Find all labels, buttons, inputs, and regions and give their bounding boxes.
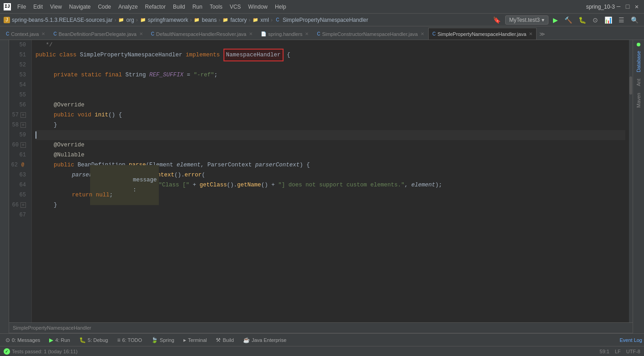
linenum-62: 62 [11, 160, 18, 170]
linenum-56: 56 [20, 100, 26, 110]
breadcrumb-factory[interactable]: factory [230, 17, 247, 23]
tab-beandef-icon: C [53, 31, 56, 36]
tab-simpleconstructor-close[interactable]: ✕ [421, 31, 424, 36]
bottom-tab-spring[interactable]: 🍃 Spring [147, 335, 178, 345]
tab-beandef[interactable]: C BeanDefinitionParserDelegate.java ✕ [49, 28, 147, 40]
menu-refactor[interactable]: Refactor [142, 3, 168, 11]
line-55: 55 [9, 90, 28, 100]
bottom-tab-debug[interactable]: 🐛 5: Debug [76, 335, 112, 345]
close-button[interactable]: ✕ [633, 3, 640, 10]
window-title: spring_10-3 [586, 4, 615, 10]
right-indicator [637, 43, 640, 46]
coverage-button[interactable]: ⊙ [591, 15, 600, 25]
menu-window[interactable]: Window [245, 3, 270, 11]
bookmarks-button[interactable]: ☰ [617, 15, 626, 25]
run-config-selector[interactable]: MyTest.test3 ▾ [505, 15, 548, 25]
dot-64: . [234, 180, 238, 190]
kw-static-53: static [81, 70, 105, 80]
str-class-64: "Class [" [159, 180, 190, 190]
search-everywhere-icon[interactable]: 🔍 [629, 15, 640, 25]
eq-53: = [183, 70, 194, 80]
breadcrumb-xml[interactable]: xml [260, 17, 269, 23]
linenum-58: 58 [12, 120, 19, 130]
menu-run[interactable]: Run [190, 3, 205, 11]
maximize-button[interactable]: □ [624, 3, 631, 10]
semi-64: ); [435, 180, 442, 190]
parens-getname-64: () [261, 180, 268, 190]
status-position[interactable]: 59:1 [600, 349, 609, 354]
bottom-tab-run[interactable]: ▶ 4: Run [46, 335, 73, 345]
tab-context-close[interactable]: ✕ [41, 31, 45, 36]
menu-build[interactable]: Build [170, 3, 188, 11]
tab-handlers-icon: 📄 [261, 31, 266, 36]
status-encoding[interactable]: UTF-8 [626, 349, 640, 354]
tab-simpleconstructor[interactable]: C SimpleConstructorNamespaceHandler.java… [313, 28, 428, 40]
bottom-tab-java-enterprise[interactable]: ☕ Java Enterprise [239, 335, 290, 345]
menu-view[interactable]: View [47, 3, 65, 11]
spring-label: Spring [160, 337, 174, 343]
breadcrumb-jar[interactable]: spring-beans-5.1.3.RELEASE-sources.jar [12, 17, 112, 23]
tab-simpleproperty-label: SimplePropertyNamespaceHandler.java [437, 31, 526, 37]
breadcrumb-right: 🔖 MyTest.test3 ▾ ▶ 🔨 🐛 ⊙ 📊 ☰ 🔍 [491, 15, 640, 25]
build-button[interactable]: 🔨 [563, 15, 574, 25]
sidebar-tab-maven[interactable]: Maven [634, 90, 643, 110]
sidebar-tab-database[interactable]: Database [634, 48, 643, 75]
gutter-fold-57[interactable]: ⊖ [20, 112, 26, 118]
breadcrumb-springframework[interactable]: springframework [148, 17, 188, 23]
profiler-button[interactable]: 📊 [603, 15, 614, 25]
tab-handlers[interactable]: 📄 spring.handlers ✕ [257, 28, 313, 40]
menu-code[interactable]: Code [95, 3, 114, 11]
menu-help[interactable]: Help [272, 3, 289, 11]
run-button[interactable]: ▶ [551, 15, 560, 25]
concat-64a: + [189, 180, 200, 190]
tab-defaultns-close[interactable]: ✕ [249, 31, 253, 36]
line-52: 52 [9, 60, 28, 70]
menu-vcs[interactable]: VCS [227, 3, 244, 11]
tab-context[interactable]: C Context.java ✕ [2, 28, 49, 40]
spring-icon: 🍃 [151, 337, 158, 343]
tab-defaultns-label: DefaultNamespaceHandlerResolver.java [156, 31, 246, 37]
code-editor[interactable]: 50 51 52 53 54 55 56 [9, 40, 633, 322]
linenum-65: 65 [20, 190, 26, 200]
menu-tools[interactable]: Tools [207, 3, 225, 11]
tab-handlers-close[interactable]: ✕ [305, 31, 309, 36]
java-enterprise-label: Java Enterprise [252, 337, 286, 343]
line-51: 51 [9, 50, 28, 60]
debug-button[interactable]: 🐛 [577, 15, 588, 25]
bookmark-icon[interactable]: 🔖 [491, 15, 502, 25]
type-parser-62: ParserContext [208, 160, 255, 170]
breadcrumb-org[interactable]: org [126, 17, 134, 23]
menu-items: File Edit View Navigate Code Analyze Ref… [15, 3, 289, 11]
vertical-scrollbar[interactable] [629, 40, 633, 322]
gutter-fold-66[interactable]: ⊖ [20, 202, 26, 208]
bottom-tab-build[interactable]: ⚒ Build [212, 335, 237, 345]
tab-simpleproperty[interactable]: C SimplePropertyNamespaceHandler.java ✕ [428, 28, 537, 40]
bottom-tab-todo[interactable]: ≡ 6: TODO [113, 335, 146, 345]
gutter-fold-60[interactable]: ⊖ [20, 142, 26, 148]
tab-beandef-close[interactable]: ✕ [139, 31, 143, 36]
tab-defaultns[interactable]: C DefaultNamespaceHandlerResolver.java ✕ [147, 28, 257, 40]
status-bar: ✓ Tests passed: 1 (today 16:11) 59:1 LF … [0, 346, 644, 356]
breadcrumb-class[interactable]: SimplePropertyNamespaceHandler [283, 17, 368, 23]
menu-navigate[interactable]: Navigate [66, 3, 93, 11]
line-67: 67 [9, 210, 28, 220]
breadcrumb-beans[interactable]: beans [202, 17, 217, 23]
line-59: 59 [9, 130, 28, 140]
sidebar-tab-ant[interactable]: Ant [634, 76, 643, 89]
parens-getclass-64: () [227, 180, 234, 190]
status-lf[interactable]: LF [615, 349, 621, 354]
minimize-button[interactable]: ─ [615, 3, 622, 10]
bottom-tab-terminal[interactable]: ▸ Terminal [180, 335, 211, 345]
bottom-tab-messages[interactable]: ⊙ 0: Messages [2, 335, 44, 345]
menu-edit[interactable]: Edit [30, 3, 46, 11]
cls-name-51: SimplePropertyNamespaceHandler [80, 50, 186, 60]
scrollbar-thumb[interactable] [629, 76, 632, 95]
tab-simpleproperty-close[interactable]: ✕ [529, 31, 532, 36]
menu-analyze[interactable]: Analyze [116, 3, 141, 11]
gutter-fold-58[interactable]: ⊖ [20, 122, 26, 128]
code-content[interactable]: */ public class SimplePropertyNamespaceH… [32, 40, 629, 322]
dot-63b: . [181, 170, 185, 180]
menu-file[interactable]: File [15, 3, 29, 11]
event-log-link[interactable]: Event Log [619, 337, 642, 343]
tab-more-button[interactable]: ≫ [537, 29, 548, 40]
